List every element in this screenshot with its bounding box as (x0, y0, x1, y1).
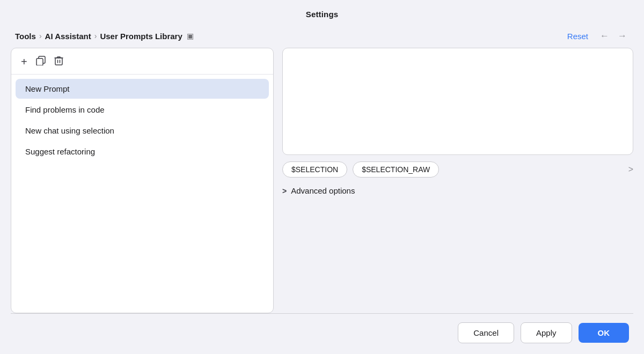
nav-arrows: ← → (598, 30, 629, 42)
copy-icon (36, 56, 46, 68)
variable-selection-button[interactable]: $SELECTION (282, 161, 347, 178)
copy-prompt-button[interactable] (35, 55, 47, 69)
breadcrumb-sep-2: › (94, 32, 97, 40)
delete-prompt-button[interactable] (53, 55, 64, 69)
variables-more-chevron[interactable]: > (628, 165, 633, 174)
add-prompt-button[interactable]: + (20, 55, 28, 68)
nav-forward-button[interactable]: → (616, 30, 629, 42)
trash-icon (54, 56, 63, 68)
prompt-item-find-problems[interactable]: Find problems in code (16, 100, 269, 120)
cancel-button[interactable]: Cancel (458, 322, 514, 343)
left-panel: + (11, 48, 274, 313)
right-panel: $SELECTION $SELECTION_RAW > > Advanced o… (282, 48, 633, 313)
svg-rect-1 (36, 58, 43, 65)
nav-back-button[interactable]: ← (598, 30, 611, 42)
settings-dialog: Settings Tools › AI Assistant › User Pro… (0, 0, 644, 354)
prompt-item-new-chat[interactable]: New chat using selection (16, 121, 269, 141)
advanced-options-row[interactable]: > Advanced options (282, 184, 633, 197)
advanced-options-label[interactable]: Advanced options (291, 186, 355, 195)
advanced-chevron-icon: > (282, 187, 287, 195)
breadcrumb-user-prompts[interactable]: User Prompts Library (100, 32, 182, 41)
svg-rect-2 (55, 58, 62, 65)
plus-icon: + (21, 56, 27, 67)
breadcrumb-tools[interactable]: Tools (15, 32, 36, 41)
variable-selection-raw-button[interactable]: $SELECTION_RAW (353, 161, 439, 178)
footer-buttons: Cancel Apply OK (0, 314, 644, 354)
breadcrumb-sep-1: › (39, 32, 42, 40)
breadcrumb: Tools › AI Assistant › User Prompts Libr… (0, 26, 644, 48)
apply-button[interactable]: Apply (521, 322, 572, 343)
prompt-item-new-prompt[interactable]: New Prompt (16, 79, 269, 99)
prompt-text-area[interactable] (282, 48, 633, 155)
breadcrumb-context-icon[interactable]: ▣ (187, 32, 194, 40)
content-area: + (0, 48, 644, 313)
prompt-list: New Prompt Find problems in code New cha… (11, 75, 273, 313)
left-panel-toolbar: + (11, 48, 273, 75)
ok-button[interactable]: OK (579, 323, 630, 343)
prompt-item-suggest-refactoring[interactable]: Suggest refactoring (16, 142, 269, 161)
reset-button[interactable]: Reset (565, 31, 590, 42)
breadcrumb-ai-assistant[interactable]: AI Assistant (45, 32, 91, 41)
dialog-title: Settings (0, 0, 644, 26)
variables-row: $SELECTION $SELECTION_RAW > (282, 161, 633, 178)
